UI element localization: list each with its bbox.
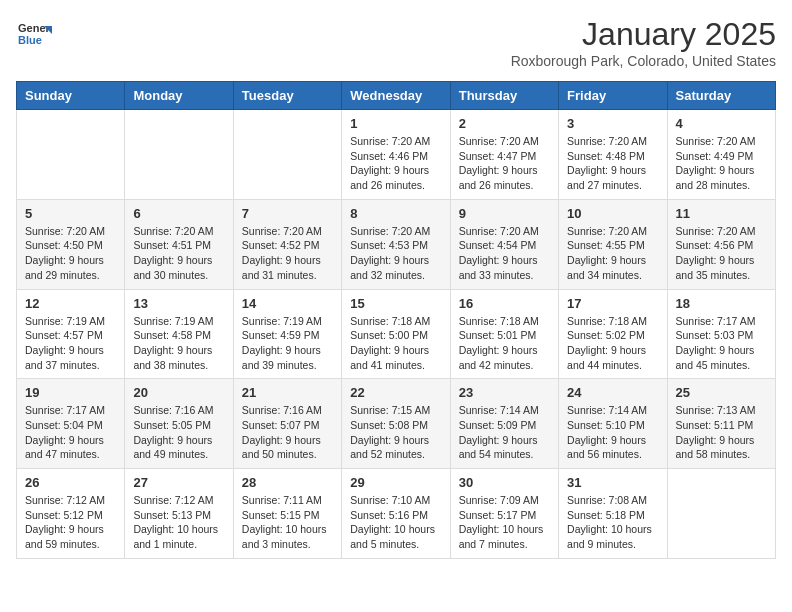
day-number: 1	[350, 116, 441, 131]
day-info: Sunrise: 7:20 AM Sunset: 4:55 PM Dayligh…	[567, 224, 658, 283]
day-cell	[17, 110, 125, 200]
day-number: 20	[133, 385, 224, 400]
day-cell: 26Sunrise: 7:12 AM Sunset: 5:12 PM Dayli…	[17, 469, 125, 559]
day-info: Sunrise: 7:20 AM Sunset: 4:49 PM Dayligh…	[676, 134, 767, 193]
day-number: 31	[567, 475, 658, 490]
day-number: 13	[133, 296, 224, 311]
day-number: 16	[459, 296, 550, 311]
day-info: Sunrise: 7:20 AM Sunset: 4:50 PM Dayligh…	[25, 224, 116, 283]
day-number: 7	[242, 206, 333, 221]
day-number: 12	[25, 296, 116, 311]
day-cell: 20Sunrise: 7:16 AM Sunset: 5:05 PM Dayli…	[125, 379, 233, 469]
weekday-header-wednesday: Wednesday	[342, 82, 450, 110]
day-info: Sunrise: 7:18 AM Sunset: 5:00 PM Dayligh…	[350, 314, 441, 373]
day-cell: 4Sunrise: 7:20 AM Sunset: 4:49 PM Daylig…	[667, 110, 775, 200]
day-cell: 18Sunrise: 7:17 AM Sunset: 5:03 PM Dayli…	[667, 289, 775, 379]
week-row-4: 19Sunrise: 7:17 AM Sunset: 5:04 PM Dayli…	[17, 379, 776, 469]
day-number: 24	[567, 385, 658, 400]
day-cell: 29Sunrise: 7:10 AM Sunset: 5:16 PM Dayli…	[342, 469, 450, 559]
day-cell: 1Sunrise: 7:20 AM Sunset: 4:46 PM Daylig…	[342, 110, 450, 200]
location: Roxborough Park, Colorado, United States	[511, 53, 776, 69]
day-cell: 11Sunrise: 7:20 AM Sunset: 4:56 PM Dayli…	[667, 199, 775, 289]
day-cell: 21Sunrise: 7:16 AM Sunset: 5:07 PM Dayli…	[233, 379, 341, 469]
day-info: Sunrise: 7:19 AM Sunset: 4:58 PM Dayligh…	[133, 314, 224, 373]
day-cell: 24Sunrise: 7:14 AM Sunset: 5:10 PM Dayli…	[559, 379, 667, 469]
day-cell	[233, 110, 341, 200]
day-number: 25	[676, 385, 767, 400]
day-number: 22	[350, 385, 441, 400]
weekday-header-monday: Monday	[125, 82, 233, 110]
day-info: Sunrise: 7:20 AM Sunset: 4:54 PM Dayligh…	[459, 224, 550, 283]
day-cell: 23Sunrise: 7:14 AM Sunset: 5:09 PM Dayli…	[450, 379, 558, 469]
week-row-1: 1Sunrise: 7:20 AM Sunset: 4:46 PM Daylig…	[17, 110, 776, 200]
day-info: Sunrise: 7:20 AM Sunset: 4:56 PM Dayligh…	[676, 224, 767, 283]
day-number: 21	[242, 385, 333, 400]
day-info: Sunrise: 7:12 AM Sunset: 5:13 PM Dayligh…	[133, 493, 224, 552]
logo: General Blue	[16, 16, 52, 52]
day-cell: 14Sunrise: 7:19 AM Sunset: 4:59 PM Dayli…	[233, 289, 341, 379]
day-cell: 7Sunrise: 7:20 AM Sunset: 4:52 PM Daylig…	[233, 199, 341, 289]
day-cell: 10Sunrise: 7:20 AM Sunset: 4:55 PM Dayli…	[559, 199, 667, 289]
day-number: 11	[676, 206, 767, 221]
day-info: Sunrise: 7:19 AM Sunset: 4:59 PM Dayligh…	[242, 314, 333, 373]
day-number: 29	[350, 475, 441, 490]
day-cell: 8Sunrise: 7:20 AM Sunset: 4:53 PM Daylig…	[342, 199, 450, 289]
day-info: Sunrise: 7:18 AM Sunset: 5:01 PM Dayligh…	[459, 314, 550, 373]
day-number: 19	[25, 385, 116, 400]
day-info: Sunrise: 7:18 AM Sunset: 5:02 PM Dayligh…	[567, 314, 658, 373]
day-cell: 31Sunrise: 7:08 AM Sunset: 5:18 PM Dayli…	[559, 469, 667, 559]
day-info: Sunrise: 7:12 AM Sunset: 5:12 PM Dayligh…	[25, 493, 116, 552]
day-cell: 22Sunrise: 7:15 AM Sunset: 5:08 PM Dayli…	[342, 379, 450, 469]
day-cell: 17Sunrise: 7:18 AM Sunset: 5:02 PM Dayli…	[559, 289, 667, 379]
day-number: 15	[350, 296, 441, 311]
month-title: January 2025	[511, 16, 776, 53]
day-cell: 30Sunrise: 7:09 AM Sunset: 5:17 PM Dayli…	[450, 469, 558, 559]
day-info: Sunrise: 7:20 AM Sunset: 4:51 PM Dayligh…	[133, 224, 224, 283]
day-cell: 15Sunrise: 7:18 AM Sunset: 5:00 PM Dayli…	[342, 289, 450, 379]
day-number: 30	[459, 475, 550, 490]
day-info: Sunrise: 7:20 AM Sunset: 4:47 PM Dayligh…	[459, 134, 550, 193]
day-number: 28	[242, 475, 333, 490]
day-number: 26	[25, 475, 116, 490]
svg-text:Blue: Blue	[18, 34, 42, 46]
day-cell	[667, 469, 775, 559]
day-cell: 12Sunrise: 7:19 AM Sunset: 4:57 PM Dayli…	[17, 289, 125, 379]
day-info: Sunrise: 7:14 AM Sunset: 5:09 PM Dayligh…	[459, 403, 550, 462]
page-header: General Blue January 2025 Roxborough Par…	[16, 16, 776, 69]
calendar-table: SundayMondayTuesdayWednesdayThursdayFrid…	[16, 81, 776, 559]
day-cell: 3Sunrise: 7:20 AM Sunset: 4:48 PM Daylig…	[559, 110, 667, 200]
day-info: Sunrise: 7:20 AM Sunset: 4:46 PM Dayligh…	[350, 134, 441, 193]
day-number: 9	[459, 206, 550, 221]
day-cell: 25Sunrise: 7:13 AM Sunset: 5:11 PM Dayli…	[667, 379, 775, 469]
day-info: Sunrise: 7:20 AM Sunset: 4:53 PM Dayligh…	[350, 224, 441, 283]
day-info: Sunrise: 7:17 AM Sunset: 5:03 PM Dayligh…	[676, 314, 767, 373]
day-info: Sunrise: 7:17 AM Sunset: 5:04 PM Dayligh…	[25, 403, 116, 462]
day-number: 5	[25, 206, 116, 221]
weekday-header-thursday: Thursday	[450, 82, 558, 110]
day-number: 17	[567, 296, 658, 311]
day-info: Sunrise: 7:14 AM Sunset: 5:10 PM Dayligh…	[567, 403, 658, 462]
day-cell: 16Sunrise: 7:18 AM Sunset: 5:01 PM Dayli…	[450, 289, 558, 379]
day-number: 14	[242, 296, 333, 311]
weekday-header-tuesday: Tuesday	[233, 82, 341, 110]
day-number: 23	[459, 385, 550, 400]
weekday-header-sunday: Sunday	[17, 82, 125, 110]
day-number: 10	[567, 206, 658, 221]
day-cell	[125, 110, 233, 200]
day-number: 18	[676, 296, 767, 311]
day-info: Sunrise: 7:11 AM Sunset: 5:15 PM Dayligh…	[242, 493, 333, 552]
day-info: Sunrise: 7:20 AM Sunset: 4:52 PM Dayligh…	[242, 224, 333, 283]
day-info: Sunrise: 7:19 AM Sunset: 4:57 PM Dayligh…	[25, 314, 116, 373]
day-cell: 6Sunrise: 7:20 AM Sunset: 4:51 PM Daylig…	[125, 199, 233, 289]
day-number: 27	[133, 475, 224, 490]
day-number: 4	[676, 116, 767, 131]
weekday-header-friday: Friday	[559, 82, 667, 110]
day-info: Sunrise: 7:09 AM Sunset: 5:17 PM Dayligh…	[459, 493, 550, 552]
day-info: Sunrise: 7:16 AM Sunset: 5:07 PM Dayligh…	[242, 403, 333, 462]
day-info: Sunrise: 7:20 AM Sunset: 4:48 PM Dayligh…	[567, 134, 658, 193]
day-info: Sunrise: 7:08 AM Sunset: 5:18 PM Dayligh…	[567, 493, 658, 552]
day-number: 8	[350, 206, 441, 221]
day-info: Sunrise: 7:16 AM Sunset: 5:05 PM Dayligh…	[133, 403, 224, 462]
day-number: 3	[567, 116, 658, 131]
day-cell: 9Sunrise: 7:20 AM Sunset: 4:54 PM Daylig…	[450, 199, 558, 289]
